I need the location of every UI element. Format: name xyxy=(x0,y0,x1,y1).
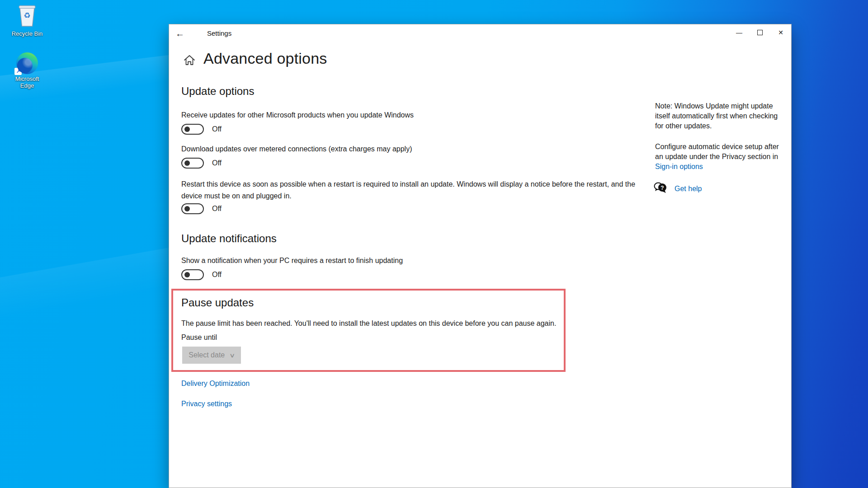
toggle-label-metered-connections: Download updates over metered connection… xyxy=(181,145,412,153)
maximize-button[interactable] xyxy=(750,24,770,41)
sidebar-configure-text: Configure automatic device setup after a… xyxy=(655,143,779,160)
toggle-row: Off xyxy=(181,203,222,214)
recycle-bin-icon: ♻ xyxy=(17,4,38,29)
edge-icon: ↗ xyxy=(16,52,38,74)
window-title: Settings xyxy=(207,24,231,42)
select-date-label: Select date xyxy=(189,351,225,359)
desktop-icon-label: Recycle Bin xyxy=(12,30,43,37)
get-help-icon: ? xyxy=(654,182,668,196)
toggle-state: Off xyxy=(212,271,222,279)
window-controls: — ✕ xyxy=(729,24,791,41)
sign-in-options-link[interactable]: Sign-in options xyxy=(655,163,703,170)
toggle-row: Off xyxy=(181,158,222,169)
shortcut-arrow-icon: ↗ xyxy=(14,68,22,75)
toggle-knob xyxy=(184,127,190,132)
toggle-show-notification[interactable] xyxy=(181,269,204,280)
sidebar-configure: Configure automatic device setup after a… xyxy=(655,142,787,172)
pause-limit-message: The pause limit has been reached. You'll… xyxy=(181,319,556,328)
toggle-knob xyxy=(184,160,190,166)
toggle-state: Off xyxy=(212,159,222,167)
delivery-optimization-link[interactable]: Delivery Optimization xyxy=(181,380,250,388)
privacy-settings-link[interactable]: Privacy settings xyxy=(181,400,232,408)
section-heading-update-options: Update options xyxy=(181,85,254,98)
settings-window: ← Settings — ✕ Advanced options Update o… xyxy=(169,24,792,488)
toggle-receive-updates[interactable] xyxy=(181,124,204,135)
svg-text:♻: ♻ xyxy=(24,11,30,20)
section-heading-update-notifications: Update notifications xyxy=(181,232,277,245)
toggle-row: Off xyxy=(181,124,222,135)
get-help-row: ? Get help xyxy=(654,182,702,196)
toggle-label-receive-updates: Receive updates for other Microsoft prod… xyxy=(181,111,414,119)
get-help-link[interactable]: Get help xyxy=(675,185,702,193)
home-icon xyxy=(183,53,196,69)
toggle-knob xyxy=(184,206,190,211)
toggle-knob xyxy=(184,272,190,277)
maximize-icon xyxy=(757,30,763,35)
close-button[interactable]: ✕ xyxy=(770,24,791,41)
svg-text:?: ? xyxy=(660,185,664,191)
desktop-icon-microsoft-edge[interactable]: ↗ Microsoft Edge xyxy=(6,52,48,89)
sidebar-note: Note: Windows Update might update itself… xyxy=(655,101,787,131)
section-heading-pause-updates: Pause updates xyxy=(181,296,254,309)
desktop-icon-recycle-bin[interactable]: ♻ Recycle Bin xyxy=(6,4,48,37)
toggle-state: Off xyxy=(212,125,222,133)
select-date-dropdown[interactable]: Select date ∨ xyxy=(182,347,241,364)
toggle-label-show-notification: Show a notification when your PC require… xyxy=(181,257,403,265)
toggle-metered-connections[interactable] xyxy=(181,158,204,169)
minimize-button[interactable]: — xyxy=(729,24,750,41)
pause-until-label: Pause until xyxy=(181,333,217,342)
toggle-restart-device[interactable] xyxy=(181,203,204,214)
titlebar: ← Settings — ✕ xyxy=(169,24,791,42)
toggle-label-restart-device: Restart this device as soon as possible … xyxy=(181,178,656,202)
page-title: Advanced options xyxy=(203,50,327,67)
desktop-icon-label: Microsoft Edge xyxy=(11,75,43,89)
toggle-state: Off xyxy=(212,205,222,213)
chevron-down-icon: ∨ xyxy=(229,352,235,359)
desktop: ♻ Recycle Bin ↗ Microsoft Edge ← Setting… xyxy=(0,0,868,488)
toggle-row: Off xyxy=(181,269,222,280)
back-button[interactable]: ← xyxy=(169,24,191,42)
